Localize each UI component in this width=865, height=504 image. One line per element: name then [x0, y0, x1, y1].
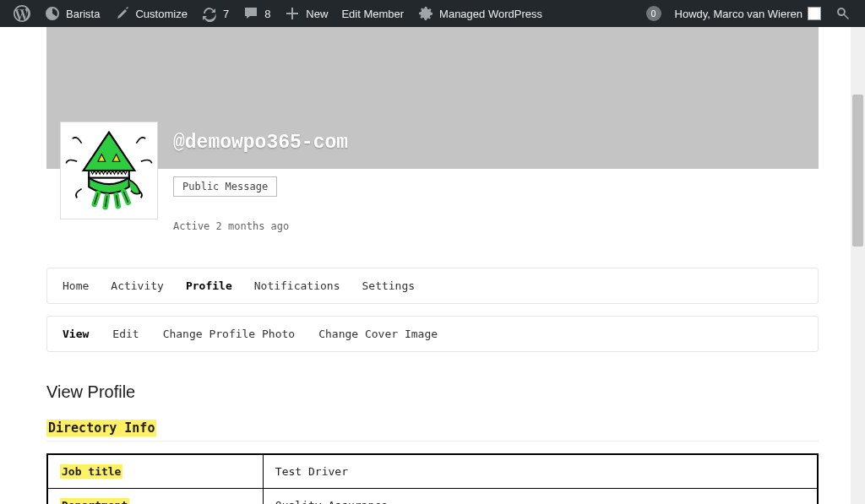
- customize-label: Customize: [135, 8, 187, 20]
- comments-link[interactable]: 8: [236, 0, 277, 27]
- field-label: Department: [47, 489, 263, 505]
- profile-header: @demowpo365-com Public Message Active 2 …: [46, 122, 819, 232]
- notifications-badge: 0: [646, 6, 661, 21]
- profile-username: @demowpo365-com: [173, 133, 805, 153]
- new-label: New: [306, 8, 328, 20]
- search-icon: [835, 5, 851, 22]
- updates-link[interactable]: 7: [194, 0, 236, 27]
- nav-item-profile[interactable]: Profile: [186, 268, 232, 303]
- field-value: Test Driver: [263, 454, 818, 489]
- vertical-scrollbar[interactable]: [851, 27, 865, 504]
- nav-item-home[interactable]: Home: [63, 268, 89, 303]
- site-name-link[interactable]: Barista: [37, 0, 106, 27]
- nav-item-activity[interactable]: Activity: [111, 268, 164, 303]
- field-label: Job title: [47, 454, 263, 489]
- gauge-icon: [44, 5, 61, 22]
- managed-wp-link[interactable]: Managed WordPress: [411, 0, 549, 27]
- site-name-label: Barista: [66, 8, 100, 20]
- edit-member-label: Edit Member: [341, 8, 404, 20]
- public-message-button[interactable]: Public Message: [173, 176, 277, 197]
- managed-wp-label: Managed WordPress: [439, 8, 542, 20]
- nav-item-notifications[interactable]: Notifications: [254, 268, 340, 303]
- page-content: @demowpo365-com Public Message Active 2 …: [14, 27, 851, 504]
- subnav-item-change-profile-photo[interactable]: Change Profile Photo: [163, 317, 296, 351]
- brush-icon: [113, 5, 130, 22]
- comment-icon: [242, 5, 259, 22]
- refresh-icon: [201, 5, 218, 22]
- field-value: Quality Assurance: [263, 489, 818, 505]
- comments-count: 8: [264, 8, 270, 20]
- table-row: Job titleTest Driver: [47, 454, 818, 489]
- profile-primary-nav: HomeActivityProfileNotificationsSettings: [46, 268, 819, 304]
- profile-sub-nav: ViewEditChange Profile PhotoChange Cover…: [46, 316, 819, 352]
- wordpress-icon: [14, 5, 30, 22]
- view-profile-heading: View Profile: [46, 382, 819, 402]
- last-active-text: Active 2 months ago: [173, 220, 805, 232]
- avatar-thumb: [808, 7, 821, 20]
- table-row: DepartmentQuality Assurance: [47, 489, 818, 505]
- search-toggle[interactable]: [828, 0, 858, 27]
- new-content-link[interactable]: New: [277, 0, 335, 27]
- updates-count: 7: [223, 8, 229, 20]
- avatar[interactable]: [60, 122, 158, 219]
- customize-link[interactable]: Customize: [106, 0, 193, 27]
- plus-icon: [284, 5, 301, 22]
- subnav-item-edit[interactable]: Edit: [112, 317, 139, 351]
- my-account-link[interactable]: Howdy, Marco van Wieren: [668, 0, 828, 27]
- directory-info-heading: Directory Info: [46, 420, 819, 442]
- edit-member-link[interactable]: Edit Member: [335, 0, 411, 27]
- nav-item-settings[interactable]: Settings: [362, 268, 415, 303]
- subnav-item-change-cover-image[interactable]: Change Cover Image: [318, 317, 438, 351]
- howdy-label: Howdy, Marco van Wieren: [675, 8, 802, 20]
- notifications-link[interactable]: 0: [639, 0, 668, 27]
- avatar-monster-icon: [63, 125, 155, 216]
- gear-icon: [417, 5, 434, 22]
- wp-logo[interactable]: [7, 0, 37, 27]
- wp-admin-bar: Barista Customize 7 8 New Edit Member Ma…: [0, 0, 865, 27]
- scrollbar-thumb[interactable]: [852, 95, 863, 247]
- directory-info-table: Job titleTest DriverDepartmentQuality As…: [46, 453, 819, 504]
- subnav-item-view[interactable]: View: [63, 317, 89, 351]
